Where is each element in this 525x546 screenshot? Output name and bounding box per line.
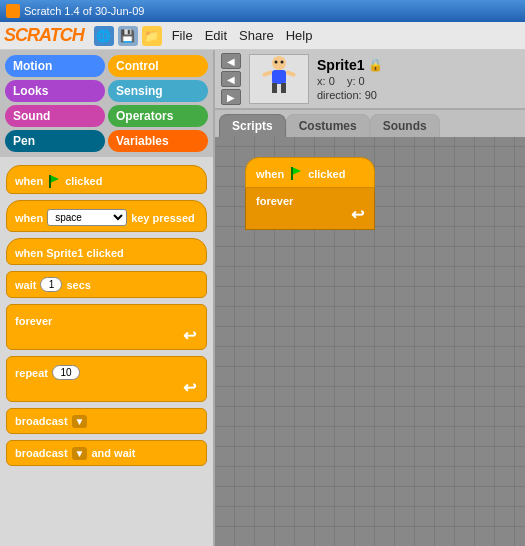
sprite-name-row: Sprite1 🔒 [317,57,383,73]
svg-marker-10 [292,167,301,175]
canvas-when-clicked[interactable]: when clicked [245,157,375,188]
block-forever[interactable]: forever ↩ [6,304,207,350]
block-when-key-pressed[interactable]: when space up arrow down arrow left arro… [6,200,207,232]
tab-costumes[interactable]: Costumes [286,114,370,137]
app-icon [6,4,20,18]
menu-items: File Edit Share Help [172,28,313,43]
tabs: Scripts Costumes Sounds [215,110,525,137]
wait-label: wait [15,279,36,291]
scroll-down-btn[interactable]: ▶ [221,89,241,105]
sprite-direction: direction: 90 [317,89,383,101]
globe-icon[interactable]: 🌐 [94,26,114,46]
script-area[interactable]: when clicked forever ↩ [215,137,525,546]
sprite-canvas [249,54,309,104]
x-label: x: [317,75,326,87]
canvas-forever[interactable]: forever ↩ [245,188,375,230]
key-dropdown[interactable]: space up arrow down arrow left arrow rig… [47,209,127,226]
svg-point-2 [272,56,286,70]
sprite-coords: x: 0 y: 0 [317,75,383,87]
cat-looks[interactable]: Looks [5,80,105,102]
scroll-mid-btn[interactable]: ◀ [221,71,241,87]
canvas-forever-arrow: ↩ [351,205,364,224]
cat-pen[interactable]: Pen [5,130,105,152]
svg-rect-11 [291,167,293,180]
left-panel: Motion Control Looks Sensing Sound Opera… [0,50,215,546]
lock-icon[interactable]: 🔒 [368,58,383,72]
secs-label: secs [66,279,90,291]
block-broadcast-wait[interactable]: broadcast ▼ and wait [6,440,207,466]
svg-point-8 [275,61,278,64]
scratch-logo: SCRATCH [4,25,84,46]
green-flag-icon [47,174,61,188]
cat-operators[interactable]: Operators [108,105,208,127]
svg-rect-6 [285,70,296,77]
sprite-name-label: Sprite1 [317,57,364,73]
app-title: Scratch 1.4 of 30-Jun-09 [24,5,144,17]
menu-share[interactable]: Share [239,28,274,43]
tab-scripts[interactable]: Scripts [219,114,286,137]
cat-variables[interactable]: Variables [108,130,208,152]
right-panel: ◀ ◀ ▶ [215,50,525,546]
broadcast-dropdown[interactable]: ▼ [72,415,88,428]
svg-rect-1 [49,175,51,188]
cat-control[interactable]: Control [108,55,208,77]
titlebar: Scratch 1.4 of 30-Jun-09 [0,0,525,22]
svg-marker-0 [50,175,59,183]
block-when-sprite-clicked[interactable]: when Sprite1 clicked [6,238,207,265]
tab-sounds[interactable]: Sounds [370,114,440,137]
main-layout: Motion Control Looks Sensing Sound Opera… [0,50,525,546]
cat-sensing[interactable]: Sensing [108,80,208,102]
sprite-info: Sprite1 🔒 x: 0 y: 0 direction: 90 [317,57,383,101]
scroll-up-btn[interactable]: ◀ [221,53,241,69]
svg-point-9 [281,61,284,64]
forever-label: forever [15,315,52,327]
folder-icon[interactable]: 📁 [142,26,162,46]
direction-label: direction: [317,89,362,101]
categories: Motion Control Looks Sensing Sound Opera… [0,50,213,157]
menu-file[interactable]: File [172,28,193,43]
canvas-flag-icon [289,166,303,182]
svg-rect-7 [262,70,273,77]
when2-label: when [15,212,43,224]
menubar-icons: 🌐 💾 📁 [94,26,162,46]
sprite-controls: ◀ ◀ ▶ [221,53,241,105]
menu-edit[interactable]: Edit [205,28,227,43]
forever-arrow: ↩ [183,326,196,345]
sprite-header: ◀ ◀ ▶ [215,50,525,110]
repeat-label: repeat [15,367,48,379]
block-when-clicked[interactable]: when clicked [6,165,207,194]
canvas-forever-label: forever [256,195,293,207]
x-value: 0 [329,75,335,87]
svg-rect-4 [272,83,277,93]
cat-sound[interactable]: Sound [5,105,105,127]
repeat-number-input[interactable] [52,365,80,380]
y-label: y: [347,75,356,87]
svg-rect-3 [272,70,286,84]
wait-number-input[interactable] [40,277,62,292]
direction-value: 90 [365,89,377,101]
block-broadcast[interactable]: broadcast ▼ [6,408,207,434]
broadcast-label: broadcast [15,415,68,427]
sprite-clicked-label: when Sprite1 clicked [15,247,124,259]
repeat-arrow: ↩ [183,378,196,397]
blocks-area: when clicked when space up arrow down ar… [0,157,213,546]
and-wait-label: and wait [91,447,135,459]
y-value: 0 [359,75,365,87]
broadcast2-label: broadcast [15,447,68,459]
clicked-label: clicked [65,175,102,187]
block-repeat[interactable]: repeat ↩ [6,356,207,402]
canvas-block-group-1: when clicked forever ↩ [245,157,375,230]
menubar: SCRATCH 🌐 💾 📁 File Edit Share Help [0,22,525,50]
broadcast-wait-dropdown[interactable]: ▼ [72,447,88,460]
when-label: when [15,175,43,187]
svg-rect-5 [281,83,286,93]
canvas-clicked-label: clicked [308,168,345,180]
block-wait[interactable]: wait secs [6,271,207,298]
sprite-figure [254,55,304,103]
save-icon[interactable]: 💾 [118,26,138,46]
cat-motion[interactable]: Motion [5,55,105,77]
canvas-when-label: when [256,168,284,180]
menu-help[interactable]: Help [286,28,313,43]
key-pressed-label: key pressed [131,212,195,224]
